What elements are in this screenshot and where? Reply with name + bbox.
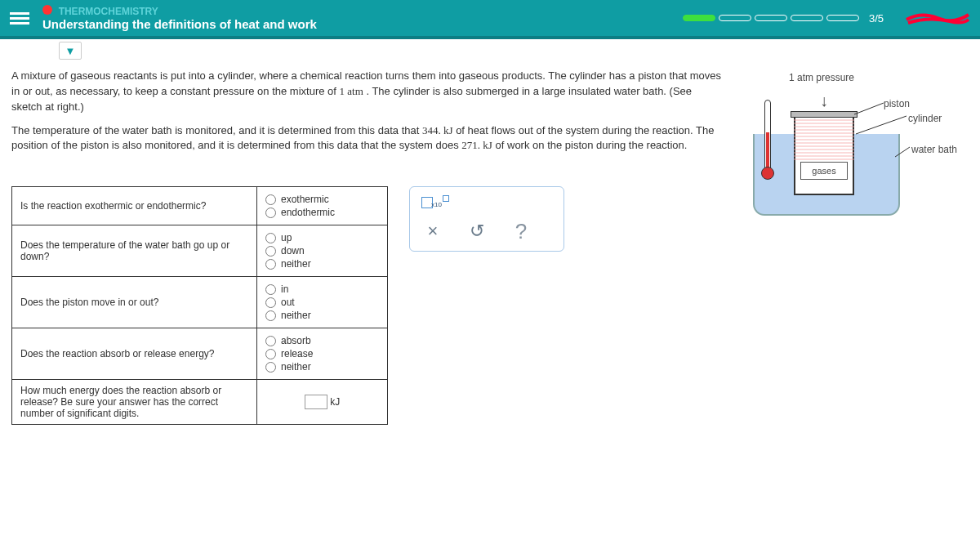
annotation-scribble xyxy=(905,10,970,26)
q3-neither[interactable]: neither xyxy=(265,310,379,321)
table-row: Is the reaction exothermic or endothermi… xyxy=(12,187,388,225)
q2-text: Does the temperature of the water bath g… xyxy=(12,225,257,277)
pressure-label: 1 atm pressure xyxy=(789,72,854,83)
thermometer-icon xyxy=(764,100,771,173)
progress-count: 3/5 xyxy=(869,12,884,25)
svg-line-0 xyxy=(854,103,884,114)
x10-label: x10 xyxy=(431,201,442,208)
header-subject-row: THERMOCHEMISTRY xyxy=(42,5,683,17)
problem-text: A mixture of gaseous reactants is put in… xyxy=(11,69,724,162)
energy-unit: kJ xyxy=(330,396,340,408)
q4-release[interactable]: release xyxy=(265,348,379,359)
table-row: Does the temperature of the water bath g… xyxy=(12,225,388,277)
q1-text: Is the reaction exothermic or endothermi… xyxy=(12,187,257,225)
work-value: 271. kJ xyxy=(461,139,492,151)
header-titles: THERMOCHEMISTRY Understanding the defini… xyxy=(42,5,683,31)
q3-in[interactable]: in xyxy=(265,283,379,295)
q5-text: How much energy does the reaction absorb… xyxy=(12,380,257,425)
content-area: A mixture of gaseous reactants is put in… xyxy=(0,62,980,168)
leader-lines xyxy=(854,101,911,167)
energy-input[interactable] xyxy=(305,395,327,409)
q2-up[interactable]: up xyxy=(265,232,379,243)
apparatus-diagram: 1 atm pressure ↓ piston cylinder water b… xyxy=(740,69,969,162)
progress-pill xyxy=(755,15,787,21)
gases-label: gases xyxy=(800,162,848,180)
q4-text: Does the reaction absorb or release ener… xyxy=(12,328,257,380)
q2-answers: up down neither xyxy=(257,225,388,277)
pressure-value: 1 atm xyxy=(340,85,363,97)
app-header: THERMOCHEMISTRY Understanding the defini… xyxy=(0,0,980,39)
q4-absorb[interactable]: absorb xyxy=(265,335,379,346)
q4-neither[interactable]: neither xyxy=(265,361,379,373)
q1-answers: exothermic endothermic xyxy=(257,187,388,225)
times-icon: × xyxy=(428,221,439,242)
arrow-down-icon: ↓ xyxy=(820,91,828,110)
waterbath-label: water bath xyxy=(911,144,957,155)
problem-p2-pre: The temperature of the water bath is mon… xyxy=(11,124,422,136)
crumb-bar: ▼ xyxy=(0,39,980,62)
menu-icon[interactable] xyxy=(10,10,29,27)
tool-panel: x10 × ↺ ? xyxy=(409,186,564,252)
subject-label: THERMOCHEMISTRY xyxy=(59,6,158,17)
lesson-title: Understanding the definitions of heat an… xyxy=(42,17,683,31)
q2-neither[interactable]: neither xyxy=(265,258,379,270)
scientific-notation-button[interactable]: x10 xyxy=(421,195,449,208)
question-table: Is the reaction exothermic or endothermi… xyxy=(11,186,388,425)
chevron-down-icon: ▼ xyxy=(65,45,76,57)
table-row: How much energy does the reaction absorb… xyxy=(12,380,388,425)
undo-button[interactable]: ↺ xyxy=(466,220,488,243)
cylinder-gas-shade xyxy=(794,119,854,160)
problem-p2-post: of work on the piston during the reactio… xyxy=(496,139,688,151)
q3-text: Does the piston move in or out? xyxy=(12,277,257,328)
table-row: Does the reaction absorb or release ener… xyxy=(12,328,388,380)
q4-answers: absorb release neither xyxy=(257,328,388,380)
help-button[interactable]: ? xyxy=(510,220,532,243)
q3-answers: in out neither xyxy=(257,277,388,328)
progress-pill xyxy=(683,15,715,21)
answer-area: Is the reaction exothermic or endothermi… xyxy=(11,186,969,425)
progress-pill xyxy=(719,15,751,21)
undo-icon: ↺ xyxy=(470,221,484,242)
clear-button[interactable]: × xyxy=(421,220,444,243)
progress-pill xyxy=(826,15,859,21)
cylinder-label: cylinder xyxy=(908,113,942,124)
subject-dot-icon xyxy=(42,5,52,15)
progress-pills xyxy=(683,15,859,21)
q2-down[interactable]: down xyxy=(265,245,379,257)
progress-area: 3/5 xyxy=(683,10,970,26)
piston-shape xyxy=(791,111,858,118)
expand-button[interactable]: ▼ xyxy=(59,42,82,60)
progress-pill xyxy=(791,15,823,21)
q5-answers: kJ xyxy=(257,380,388,425)
help-icon: ? xyxy=(515,219,527,244)
q1-exothermic[interactable]: exothermic xyxy=(265,194,379,205)
q1-endothermic[interactable]: endothermic xyxy=(265,207,379,218)
svg-line-2 xyxy=(895,147,910,157)
heat-value: 344. kJ xyxy=(422,124,453,136)
q3-out[interactable]: out xyxy=(265,297,379,308)
svg-line-1 xyxy=(856,116,906,134)
table-row: Does the piston move in or out? in out n… xyxy=(12,277,388,328)
